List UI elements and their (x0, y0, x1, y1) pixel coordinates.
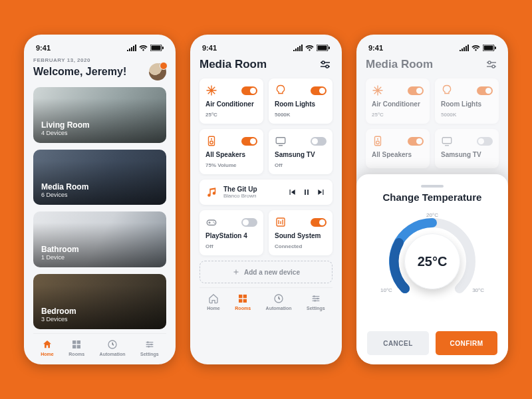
svg-point-30 (377, 138, 378, 140)
tick-min: 10°C (380, 287, 392, 293)
device-card[interactable]: Room Lights5000K (269, 78, 332, 124)
battery-icon (483, 45, 496, 51)
svg-point-6 (148, 346, 150, 348)
device-card[interactable]: Samsung TVOff (269, 129, 332, 174)
status-bar: 9:41 (366, 44, 499, 57)
tab-settings[interactable]: Settings (140, 339, 159, 356)
temperature-value: 25°C (418, 254, 448, 269)
speaker-icon (205, 135, 217, 147)
filter-button[interactable] (318, 57, 332, 72)
svg-point-10 (322, 61, 325, 64)
temperature-sheet: Change Temperature 20°C 10°C 30°C 25°C C… (356, 174, 508, 364)
sliders-icon (486, 60, 497, 69)
gamepad-icon (205, 216, 217, 228)
signal-icon (293, 45, 303, 51)
welcome-text: Welcome, Jeremy! (33, 66, 126, 78)
prev-icon[interactable] (287, 188, 297, 197)
device-grid: Air Conditioner25°C Room Lights5000K All… (200, 78, 332, 283)
status-bar: 9:41 (33, 44, 166, 57)
room-card[interactable]: Bedroom 3 Devices (33, 274, 166, 330)
svg-rect-15 (276, 138, 285, 144)
room-card[interactable]: Bathroom 1 Device (33, 211, 166, 267)
tick-max: 30°C (472, 287, 484, 293)
battery-icon (150, 45, 164, 51)
svg-point-22 (317, 298, 319, 300)
confirm-button[interactable]: CONFIRM (436, 331, 497, 355)
wifi-icon (139, 45, 148, 51)
device-card[interactable]: PlayStation 4Off (200, 210, 263, 255)
svg-rect-1 (152, 46, 161, 51)
sliders-icon (320, 60, 331, 69)
equalizer-icon (275, 216, 287, 228)
svg-point-21 (313, 295, 315, 297)
svg-point-14 (210, 141, 213, 144)
status-icons (127, 45, 164, 51)
svg-rect-8 (318, 46, 327, 51)
add-device-button[interactable]: Add a new device (200, 261, 332, 283)
svg-point-18 (214, 223, 215, 224)
battery-icon (317, 45, 330, 51)
signal-icon (460, 45, 469, 51)
temperature-dial[interactable]: 20°C 10°C 30°C 25°C (379, 208, 485, 315)
tab-rooms[interactable]: Rooms (235, 293, 251, 311)
tab-rooms[interactable]: Rooms (68, 339, 84, 356)
pause-icon[interactable] (302, 188, 311, 197)
device-card[interactable]: Air Conditioner25°C (200, 78, 263, 124)
rooms-list: Living Room 4 Devices Media Room 6 Devic… (33, 87, 166, 329)
avatar[interactable] (149, 63, 166, 80)
status-time: 9:41 (36, 44, 51, 52)
svg-point-27 (488, 61, 491, 64)
room-title: Media Room (200, 58, 267, 71)
tick-mid: 20°C (426, 212, 438, 218)
svg-rect-16 (207, 220, 216, 225)
tab-automation[interactable]: Automation (266, 293, 292, 311)
svg-rect-2 (162, 47, 164, 49)
bulb-icon (275, 84, 287, 96)
signal-icon (127, 45, 136, 51)
tab-home[interactable]: Home (207, 293, 219, 311)
tab-home[interactable]: Home (41, 339, 53, 356)
screen-room: 9:41 Media Room Air Conditioner25°C Room… (190, 35, 342, 364)
status-time: 9:41 (368, 44, 383, 52)
svg-point-11 (326, 65, 329, 68)
room-card[interactable]: Media Room 6 Devices (33, 150, 166, 205)
svg-rect-25 (484, 46, 493, 51)
plus-icon (232, 268, 240, 276)
device-toggle[interactable] (241, 86, 257, 95)
svg-point-5 (150, 344, 152, 346)
tab-settings[interactable]: Settings (307, 293, 325, 311)
wifi-icon (471, 45, 480, 51)
svg-rect-26 (495, 47, 496, 49)
home-icon (42, 339, 53, 350)
screen-temperature: 9:41 Media Room Air Conditioner25°C Room… (356, 35, 508, 364)
device-card[interactable]: All Speakers75% Volume (200, 129, 263, 174)
svg-point-13 (211, 138, 212, 140)
device-toggle[interactable] (311, 137, 327, 146)
cancel-button[interactable]: CANCEL (367, 331, 429, 355)
now-playing: The Git UpBlanco Brown (200, 180, 332, 205)
tabbar: Home Rooms Automation Settings (33, 333, 166, 356)
clock-icon (107, 339, 118, 350)
device-card[interactable]: Sound SystemConnected (269, 210, 332, 255)
svg-point-17 (213, 221, 214, 223)
screen-home: 9:41 FEBRUARY 13, 2020 Welcome, Jeremy! … (24, 35, 176, 364)
status-bar: 9:41 (200, 44, 332, 57)
svg-point-28 (492, 65, 495, 68)
svg-point-31 (376, 141, 380, 144)
sheet-handle[interactable] (421, 185, 444, 188)
svg-rect-29 (375, 136, 381, 146)
device-toggle[interactable] (241, 218, 257, 227)
room-card[interactable]: Living Room 4 Devices (33, 87, 166, 143)
tv-icon (275, 135, 287, 147)
device-toggle[interactable] (311, 86, 327, 95)
status-time: 9:41 (202, 44, 217, 52)
svg-point-4 (147, 341, 149, 343)
device-toggle[interactable] (241, 137, 257, 146)
device-toggle[interactable] (311, 218, 327, 227)
tab-automation[interactable]: Automation (100, 339, 126, 356)
tabbar: Home Rooms Automation Settings (200, 287, 332, 311)
grid-icon (237, 293, 248, 304)
next-icon[interactable] (317, 188, 326, 197)
music-icon (206, 186, 218, 198)
svg-rect-32 (442, 138, 452, 144)
